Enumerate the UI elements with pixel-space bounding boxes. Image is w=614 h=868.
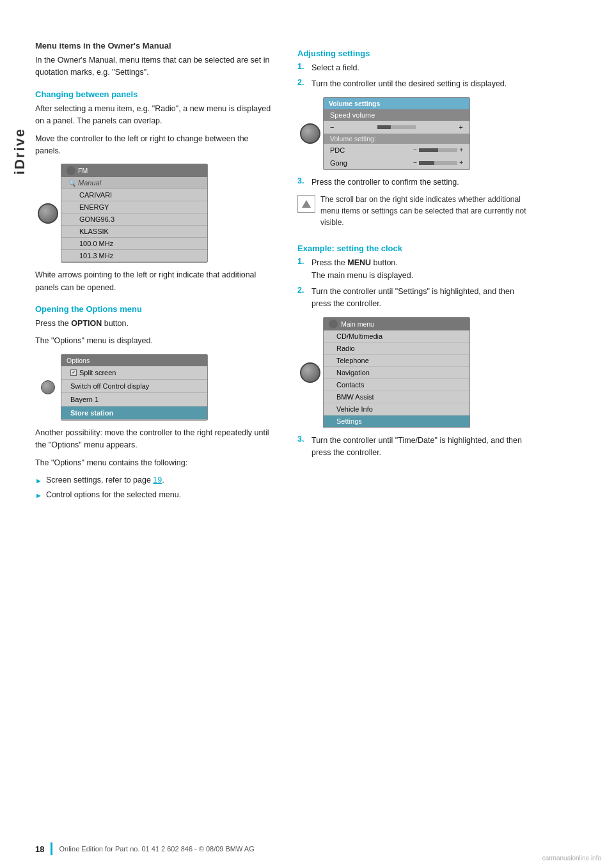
mm-controller-knob — [300, 362, 320, 383]
mm-row-bmw: BMW Assist — [324, 391, 469, 403]
mm-header: Main menu — [324, 318, 469, 330]
vol-pdc-label: PDC — [330, 146, 345, 154]
footer-text: Online Edition for Part no. 01 41 2 602 … — [59, 845, 254, 853]
bullet-text-1: Screen settings, refer to page 19. — [46, 474, 164, 486]
fm-screen-container: FM 🔍 Manual CARIVARI ENERGY GONG96.3 KLA… — [35, 164, 272, 263]
fm-row-100mhz: 100.0 MHz — [61, 238, 207, 250]
opt-store-label: Store station — [70, 409, 113, 417]
options-controller-knob — [41, 380, 55, 394]
page-link-19[interactable]: 19 — [153, 476, 162, 484]
section3-body1: Press the OPTION button. — [35, 318, 272, 330]
fm-header-label: FM — [78, 167, 88, 174]
page-number: 18 — [35, 844, 44, 854]
mm-header-label: Main menu — [341, 320, 374, 328]
mm-row-settings: Settings — [324, 415, 469, 428]
adjusting-steps: 1. Select a field. 2. Turn the controlle… — [297, 62, 534, 91]
fm-row-gong: GONG96.3 — [61, 213, 207, 226]
vol-speed-section: Speed volume — [324, 109, 469, 121]
opt-switch-label: Switch off Control display — [70, 382, 149, 390]
vol-gong-row: Gong − + — [324, 157, 469, 169]
mm-header-icon — [329, 320, 338, 329]
step-text-1: Select a field. — [311, 62, 359, 74]
vol-bar-inner — [377, 125, 416, 129]
page: iDrive Menu items in the Owner's Manual … — [0, 0, 614, 868]
right-column: Adjusting settings 1. Select a field. 2.… — [285, 38, 534, 503]
fm-screen-header: FM — [61, 164, 207, 177]
fm-screen: FM 🔍 Manual CARIVARI ENERGY GONG96.3 KLA… — [61, 164, 208, 263]
opt-row-bayern: Bayern 1 — [61, 393, 207, 407]
main-menu-screen-container: Main menu CD/Multimedia Radio Telephone … — [297, 317, 534, 428]
adjust-step-3: 3. Press the controller to confirm the s… — [297, 176, 534, 189]
footer: 18 Online Edition for Part no. 01 41 2 6… — [0, 842, 614, 855]
vol-plus: + — [459, 123, 463, 131]
vol-setting-label: Volume setting: — [324, 134, 469, 144]
mm-row-contacts: Contacts — [324, 379, 469, 391]
scroll-note-text: The scroll bar on the right side indicat… — [320, 194, 534, 228]
menu-bold: MENU — [347, 258, 371, 267]
section1-heading: Menu items in the Owner's Manual — [35, 41, 272, 50]
step-num-3: 3. — [297, 176, 306, 185]
bullet-arrow-1: ► — [35, 476, 42, 486]
vol-screen-container: Volume settings Speed volume − + Volume … — [297, 97, 534, 170]
triangle-shape — [302, 200, 311, 208]
vol-bar — [377, 125, 416, 129]
clock-num-3: 3. — [297, 435, 306, 444]
vol-knob-area — [297, 123, 323, 144]
opt-bayern-label: Bayern 1 — [70, 396, 98, 403]
bullet-arrow-2: ► — [35, 490, 42, 501]
step-num-2: 2. — [297, 78, 306, 87]
clock-num-1: 1. — [297, 257, 306, 266]
options-header: Options — [61, 355, 207, 366]
vol-bar-fill — [377, 125, 391, 129]
scroll-note-box: The scroll bar on the right side indicat… — [297, 194, 534, 233]
controller-knob — [38, 203, 58, 224]
section2-note: White arrows pointing to the left or rig… — [35, 269, 272, 294]
section3-note2: The "Options" menu contains the followin… — [35, 457, 272, 469]
fm-row-manual-label: Manual — [78, 179, 101, 187]
mm-row-radio: Radio — [324, 343, 469, 355]
mm-row-navigation: Navigation — [324, 367, 469, 379]
triangle-indicator-icon — [297, 195, 315, 213]
vol-minus: − — [330, 123, 334, 131]
vol-gong-fill — [419, 161, 434, 165]
section2-body1: After selecting a menu item, e.g. "Radio… — [35, 103, 272, 128]
step-text-2: Turn the controller until the desired se… — [311, 78, 507, 90]
clock-step-1: 1. Press the MENU button. The main menu … — [297, 257, 534, 282]
clock-step-2: 2. Turn the controller until "Settings" … — [297, 286, 534, 311]
options-screen: Options ✓ Split screen Switch off Contro… — [61, 354, 208, 421]
section4-heading: Adjusting settings — [297, 49, 534, 58]
section2-body2: Move the controller to the left or right… — [35, 133, 272, 158]
opt-split-label: Split screen — [79, 369, 116, 376]
option-bold: OPTION — [71, 319, 102, 328]
mm-knob-area — [297, 362, 323, 383]
fm-row-carivari: CARIVARI — [61, 189, 207, 201]
bullet-list: ► Screen settings, refer to page 19. ► C… — [35, 474, 272, 501]
vol-gong-bar: − + — [413, 159, 463, 166]
fm-row-klassik: KLASSIK — [61, 226, 207, 238]
section2-heading: Changing between panels — [35, 89, 272, 99]
section5-heading: Example: setting the clock — [297, 244, 534, 253]
footer-border — [51, 842, 52, 855]
idrive-label: iDrive — [12, 128, 28, 174]
bullet-item-1: ► Screen settings, refer to page 19. — [35, 474, 272, 486]
mm-row-cd: CD/Multimedia — [324, 330, 469, 343]
fm-row-101mhz: 101.3 MHz — [61, 250, 207, 262]
section3-note1: Another possibility: move the controller… — [35, 427, 272, 452]
mm-row-vehicle: Vehicle Info — [324, 403, 469, 415]
main-menu-screen: Main menu CD/Multimedia Radio Telephone … — [323, 317, 470, 428]
watermark: carmanualonline.info — [542, 855, 601, 862]
opt-row-store: Store station — [61, 407, 207, 420]
vol-gong-plus: + — [459, 159, 463, 166]
step-num-1: 1. — [297, 62, 306, 71]
fm-row-energy: ENERGY — [61, 201, 207, 213]
search-icon: 🔍 — [68, 180, 75, 187]
left-column: Menu items in the Owner's Manual In the … — [35, 38, 285, 503]
section1-body: In the Owner's Manual, menu items that c… — [35, 54, 272, 79]
vol-header: Volume settings — [324, 98, 469, 109]
vol-pdc-bar: − + — [413, 146, 463, 153]
vol-bar-row: − + — [324, 121, 469, 134]
bullet-item-2: ► Control options for the selected menu. — [35, 489, 272, 501]
vol-pdc-row: PDC − + — [324, 144, 469, 157]
vol-gong-minus: − — [413, 159, 417, 166]
clock-step-3: 3. Turn the controller until "Time/Date"… — [297, 435, 534, 460]
